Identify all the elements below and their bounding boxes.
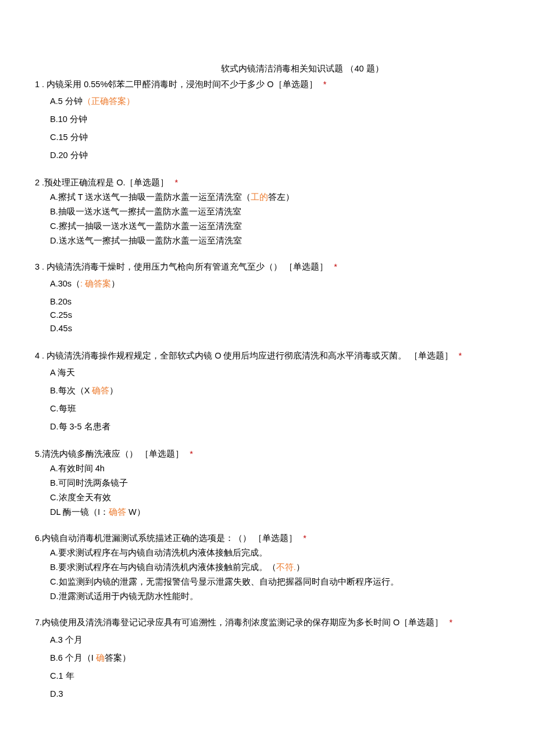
option-d: D.送水送气一擦拭一抽吸一盖防水盖一运至清洗室 (50, 235, 500, 247)
option-b: B.每次（X 确答） (50, 385, 500, 397)
option-c: C.15 分钟 (50, 131, 500, 144)
required-star: * (303, 533, 306, 543)
title-text: 软式内镜清洁消毒相关知识试题 (221, 64, 343, 73)
question-stem: 6.内镜自动消毒机泄漏测试系统描述正确的选项是：（） ［单选题］* (35, 532, 500, 544)
title-count: （40 题） (345, 64, 383, 73)
correct-answer-mark: 工的 (251, 192, 268, 202)
option-d: DL 酶一镜（I：确答 W） (50, 506, 500, 518)
option-list: A.3 个月 B.6 个月（I 确答案） C.1 年 D.3 (35, 634, 500, 700)
option-d: D.3 (50, 688, 500, 700)
option-c: C.1 年 (50, 670, 500, 682)
option-list: A 海天 B.每次（X 确答） C.每班 D.每 3-5 名患者 (35, 367, 500, 433)
question-3: 3 . 内镜清洗消毒干燥时，使用压力气枪向所有管道充气至少（） ［单选题］* A… (35, 261, 500, 335)
correct-answer-mark: 确答 (92, 386, 109, 395)
option-a: A.5 分钟（正确答案） (50, 95, 500, 108)
question-5: 5.清洗内镜多酶洗液应（） ［单选题］* A.有效时间 4h B.可同时洗两条镜… (35, 448, 500, 518)
required-star: * (190, 449, 193, 458)
question-stem: 2 .预处理正确流程是 O.［单选题］* (35, 177, 500, 189)
question-stem: 7.内镜使用及清洗消毒登记记录应具有可追溯性，消毒剂浓度监测记录的保存期应为多长… (35, 617, 500, 629)
required-star: * (323, 80, 327, 89)
option-c: C.25s (50, 309, 500, 321)
option-c: C.如监测到内镜的泄露，无需报警信号显示泄露失败、自动把握器同时自动中断程序运行… (50, 576, 500, 588)
option-b: B.20s (50, 296, 500, 308)
question-stem: 4 . 内镜清洗消毒操作规程规定，全部软式内镜 O 使用后均应进行彻底清洗和高水… (35, 350, 500, 362)
question-2: 2 .预处理正确流程是 O.［单选题］* A.擦拭 T 送水送气一抽吸一盖防水盖… (35, 177, 500, 247)
option-b: B.6 个月（I 确答案） (50, 652, 500, 664)
question-4: 4 . 内镜清洗消毒操作规程规定，全部软式内镜 O 使用后均应进行彻底清洗和高水… (35, 350, 500, 433)
option-b: B.要求测试程序在与内镜自动清洗机内液体接触前完成。（不符.） (50, 561, 500, 574)
required-star: * (459, 351, 462, 360)
question-stem: 5.清洗内镜多酶洗液应（） ［单选题］* (35, 448, 500, 460)
correct-answer-mark: 不符. (276, 562, 296, 572)
correct-answer-mark: : 确答案 (80, 279, 111, 288)
required-star: * (334, 262, 337, 271)
correct-answer-mark: 确答 (109, 507, 126, 517)
option-b: B.10 分钟 (50, 113, 500, 126)
option-d: D.每 3-5 名患者 (50, 421, 500, 433)
option-c: C.擦拭一抽吸一送水送气一盖防水盖一运至清洗室 (50, 220, 500, 232)
option-a: A.有效时间 4h (50, 463, 500, 475)
question-7: 7.内镜使用及清洗消毒登记记录应具有可追溯性，消毒剂浓度监测记录的保存期应为多长… (35, 617, 500, 700)
correct-answer-mark: 确 (96, 653, 105, 662)
option-c: C.每班 (50, 403, 500, 415)
option-d: D.泄露测试适用于内镜无防水性能时。 (50, 590, 500, 603)
option-a: A.3 个月 (50, 634, 500, 646)
option-d: D.45s (50, 323, 500, 335)
required-star: * (449, 618, 452, 627)
option-d: D.20 分钟 (50, 149, 500, 162)
option-a: A.擦拭 T 送水送气一抽吸一盖防水盖一运至清洗室（工的答左） (50, 191, 500, 203)
option-a: A 海天 (50, 367, 500, 379)
option-list: A.有效时间 4h B.可同时洗两条镜子 C.浓度全天有效 DL 酶一镜（I：确… (35, 463, 500, 518)
correct-answer-mark: （正确答案） (83, 96, 135, 106)
question-6: 6.内镜自动消毒机泄漏测试系统描述正确的选项是：（） ［单选题］* A.要求测试… (35, 532, 500, 603)
option-a: A.要求测试程序在与内镜自动清洗机内液体接触后完成。 (50, 547, 500, 559)
question-stem: 3 . 内镜清洗消毒干燥时，使用压力气枪向所有管道充气至少（） ［单选题］* (35, 261, 500, 273)
question-stem: 1 . 内镜采用 0.55%邻苯二甲醛消毒时，浸泡时间不少于多少 O［单选题］* (35, 78, 500, 91)
document-page: 软式内镜清洁消毒相关知识试题 （40 题） 1 . 内镜采用 0.55%邻苯二甲… (0, 0, 535, 750)
option-c: C.浓度全天有效 (50, 492, 500, 504)
question-1: 1 . 内镜采用 0.55%邻苯二甲醛消毒时，浸泡时间不少于多少 O［单选题］*… (35, 78, 500, 162)
page-title: 软式内镜清洁消毒相关知识试题 （40 题） (140, 63, 465, 75)
option-b: B.抽吸一送水送气一擦拭一盖防水盖一运至清洗室 (50, 206, 500, 218)
option-b: B.可同时洗两条镜子 (50, 477, 500, 489)
option-list: A.30s（: 确答案） B.20s C.25s D.45s (35, 278, 500, 335)
option-list: A.要求测试程序在与内镜自动清洗机内液体接触后完成。 B.要求测试程序在与内镜自… (35, 547, 500, 603)
option-a: A.30s（: 确答案） (50, 278, 500, 290)
option-list: A.擦拭 T 送水送气一抽吸一盖防水盖一运至清洗室（工的答左） B.抽吸一送水送… (35, 191, 500, 247)
option-list: A.5 分钟（正确答案） B.10 分钟 C.15 分钟 D.20 分钟 (35, 95, 500, 162)
required-star: * (174, 178, 178, 187)
